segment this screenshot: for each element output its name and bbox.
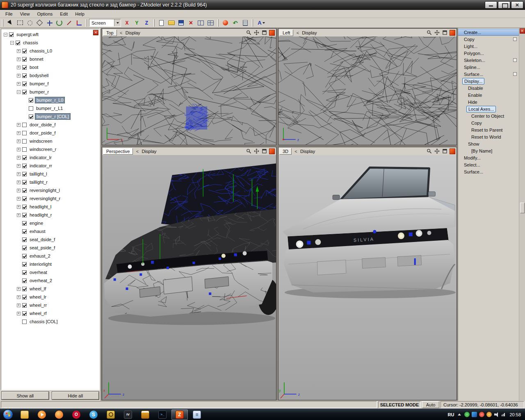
tree-item-label[interactable]: overheat <box>28 269 48 275</box>
taskbar-zmodeler-icon[interactable]: Z <box>171 409 188 420</box>
tree-item-label[interactable]: seat_dside_f <box>28 237 56 242</box>
tree-checkbox[interactable] <box>22 262 27 267</box>
tree-item[interactable]: headlight_r <box>1 211 99 219</box>
command-item-label[interactable]: Display... <box>462 78 484 84</box>
tree-checkbox[interactable] <box>22 295 27 299</box>
screen-combo[interactable]: Screen <box>89 19 121 27</box>
tree-expander-icon[interactable] <box>17 74 21 78</box>
maximize-viewport-icon[interactable] <box>261 30 267 36</box>
tree-item[interactable]: seat_pside_f <box>1 244 99 252</box>
tree-item-label[interactable]: chassis <box>22 40 39 46</box>
tree-checkbox[interactable] <box>22 49 27 53</box>
scale-tool-icon[interactable] <box>64 18 74 27</box>
command-item[interactable]: Center to Object <box>458 112 519 119</box>
command-item[interactable]: Hide <box>458 98 519 105</box>
command-item-label[interactable]: Disable <box>466 85 485 91</box>
tree-item[interactable]: windscreen_r <box>1 145 99 153</box>
taskbar-media-player-icon[interactable] <box>34 409 50 420</box>
viewport-canvas-left[interactable]: z <box>278 37 457 145</box>
viewport-menu-button[interactable] <box>269 30 275 36</box>
language-indicator[interactable]: RU <box>448 412 454 417</box>
tree-item-label[interactable]: wheel_lr <box>28 294 48 300</box>
zoom-icon[interactable] <box>426 148 432 154</box>
tree-expander-icon[interactable] <box>17 180 21 184</box>
tray-security-icon[interactable] <box>472 412 477 417</box>
axis-x-button[interactable]: X <box>122 18 132 27</box>
tree-expander-icon[interactable] <box>17 172 21 176</box>
tree-expander-icon[interactable] <box>17 139 21 143</box>
command-item[interactable]: Create... <box>458 29 519 36</box>
tree-item-label[interactable]: chassis [COL] <box>28 319 59 324</box>
command-item-label[interactable]: Create... <box>462 30 483 35</box>
select-poly-icon[interactable] <box>35 18 44 27</box>
maximize-viewport-icon[interactable] <box>442 148 448 154</box>
tree-expander-icon[interactable] <box>17 164 21 168</box>
tree-checkbox[interactable] <box>22 57 27 62</box>
command-item-label[interactable]: Reset to Parent <box>470 127 504 133</box>
tree-expander-icon[interactable] <box>17 49 21 53</box>
move-tool-icon[interactable] <box>45 18 54 27</box>
tree-checkbox[interactable] <box>22 221 27 226</box>
tree-checkbox[interactable] <box>22 196 27 201</box>
tree-item-label[interactable]: indicator_rr <box>28 163 53 169</box>
viewport-back-button[interactable]: < <box>135 148 140 154</box>
tree-checkbox[interactable] <box>9 32 14 37</box>
maximize-viewport-icon[interactable] <box>442 30 448 36</box>
command-item[interactable]: Polygon... <box>458 50 519 57</box>
command-item-label[interactable]: Local Axes... <box>466 106 496 112</box>
tree-item-label[interactable]: indicator_lr <box>28 155 53 160</box>
tree-item[interactable]: bodyshell <box>1 71 99 80</box>
tree-item-label[interactable]: windscreen <box>28 138 54 144</box>
tree-item[interactable]: bumper_f <box>1 80 99 88</box>
tree-item-label[interactable]: reversinglight_r <box>28 196 62 201</box>
command-item[interactable]: Copy <box>458 119 519 126</box>
viewport-canvas-3d[interactable]: SILVIA <box>278 155 457 400</box>
tree-expander-icon[interactable] <box>17 287 21 291</box>
taskbar-notes-icon[interactable]: ≡ <box>189 409 205 420</box>
log-list-icon[interactable] <box>240 18 250 27</box>
open-file-icon[interactable] <box>167 18 176 27</box>
tree-item-label[interactable]: overheat_2 <box>28 278 53 283</box>
tree-item[interactable]: reversinglight_r <box>1 194 99 203</box>
tree-checkbox[interactable] <box>22 303 27 308</box>
tree-item-label[interactable]: bodyshell <box>28 73 50 78</box>
tree-item-label[interactable]: chassis_L0 <box>28 48 53 54</box>
tree-item-label[interactable]: interiorlight <box>28 261 53 267</box>
hide-all-button[interactable]: Hide all <box>52 392 99 399</box>
tree-expander-icon[interactable] <box>17 57 21 61</box>
menu-edit[interactable]: Edit <box>56 11 71 17</box>
tree-expander-icon[interactable] <box>17 148 21 151</box>
tree-item[interactable]: windscreen <box>1 137 99 145</box>
rotate-tool-icon[interactable] <box>55 18 64 27</box>
tray-update-icon[interactable] <box>486 412 492 417</box>
tree-item-label[interactable]: door_pside_f <box>28 130 57 136</box>
tree-expander-icon[interactable] <box>4 33 7 37</box>
command-item-label[interactable]: Copy <box>462 37 476 42</box>
tree-item[interactable]: chassis [COL] <box>1 317 99 326</box>
tree-item-label[interactable]: bumper_r_L1 <box>35 105 64 111</box>
tree-checkbox[interactable] <box>22 213 27 217</box>
taskbar-mug-icon[interactable] <box>137 409 153 420</box>
tree-item-label[interactable]: bonnet <box>28 56 45 62</box>
command-item-label[interactable]: Spline... <box>462 64 482 70</box>
tree-item-label[interactable]: wheel_lf <box>28 286 47 292</box>
viewport-back-button[interactable]: < <box>295 30 300 36</box>
undo-icon[interactable] <box>231 18 240 27</box>
tree-item[interactable]: wheel_rr <box>1 301 99 309</box>
command-item[interactable]: Spline... <box>458 64 519 71</box>
tree-item[interactable]: taillight_l <box>1 170 99 178</box>
tree-checkbox[interactable] <box>22 123 27 127</box>
tree-item[interactable]: boot <box>1 63 99 71</box>
tree-item-label[interactable]: bumper_f <box>28 81 50 87</box>
taskbar-iv-icon[interactable]: IV <box>120 409 136 420</box>
command-item[interactable]: Light... <box>458 43 519 50</box>
minimize-button[interactable] <box>485 1 497 9</box>
command-item-label[interactable]: [By Name] <box>470 148 494 154</box>
command-item[interactable]: Show <box>458 140 519 147</box>
tree-item-label[interactable]: taillight_r <box>28 179 49 185</box>
command-item[interactable]: Enable <box>458 91 519 98</box>
tree-item[interactable]: chassis <box>1 39 99 47</box>
tree-checkbox[interactable] <box>22 237 27 242</box>
command-item[interactable]: Local Axes... <box>458 105 519 112</box>
taskbar-skype-icon[interactable]: S <box>85 409 102 420</box>
